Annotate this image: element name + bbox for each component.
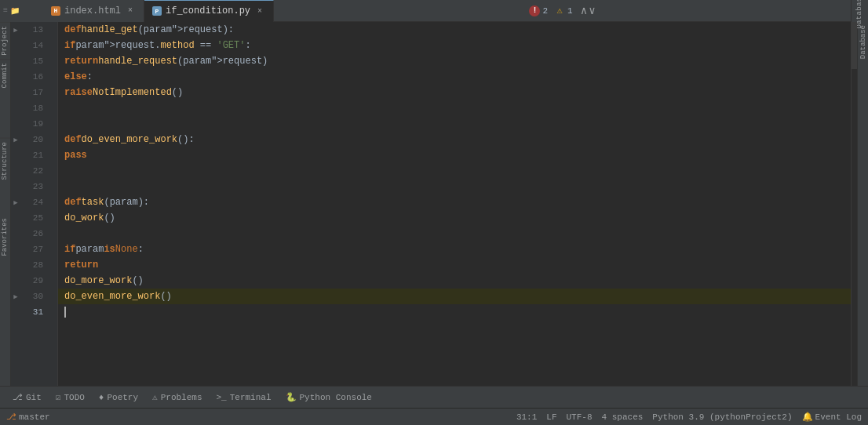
branch-status[interactable]: ⎇ master	[6, 412, 50, 422]
line-number: 20	[20, 135, 48, 144]
gutter-row: 25	[11, 210, 57, 226]
line-number: 13	[20, 25, 48, 35]
fold-indicator[interactable]: ▶	[11, 22, 20, 38]
database-side-label[interactable]: Database	[859, 22, 868, 62]
line-number: 14	[20, 41, 48, 50]
position-text: 31:1	[516, 412, 537, 422]
gutter-row: ▶20	[11, 132, 57, 147]
line-number: 17	[20, 88, 48, 97]
tab-bar: ≡ 📁 Hindex.html×Pif_condition.py× ! 2 ⚠ …	[0, 0, 868, 22]
code-line: return handle_request(param">request)	[58, 53, 851, 69]
tabs-container: Hindex.html×Pif_condition.py×	[43, 0, 274, 22]
down-arrow[interactable]: ∨	[589, 4, 595, 17]
commit-tab[interactable]: Commit	[0, 59, 10, 91]
line-number: 15	[20, 56, 48, 66]
error-badge[interactable]: ! 2	[529, 5, 548, 16]
gutter-row: 15	[11, 53, 57, 69]
warning-count: 1	[567, 6, 573, 16]
gutter-row: 16	[11, 69, 57, 85]
terminal-icon: >_	[217, 393, 227, 402]
tab-if_condition.py[interactable]: Pif_condition.py×	[144, 0, 274, 22]
interpreter-status[interactable]: Python 3.9 (pythonProject2)	[652, 412, 792, 422]
line-number: 19	[20, 119, 48, 129]
branch-name: master	[19, 412, 50, 422]
line-number: 25	[20, 213, 48, 223]
toolbar-tab-label: Problems	[161, 393, 202, 402]
line-number: 21	[20, 151, 48, 160]
line-ending-status[interactable]: LF	[546, 412, 556, 422]
code-lines: def handle_get(param">request): if param…	[58, 22, 851, 320]
line-number: 29	[20, 276, 48, 285]
fold-indicator	[11, 242, 20, 257]
event-log-status[interactable]: 🔔 Event Log	[802, 412, 862, 422]
code-line: def handle_get(param">request):	[58, 22, 851, 38]
gutter-row: 28	[11, 257, 57, 273]
gutter-row: 26	[11, 226, 57, 242]
git-icon: ⎇	[13, 392, 23, 402]
fold-indicator	[11, 210, 20, 226]
collapse-icon[interactable]: ≡	[3, 6, 8, 15]
toolbar-tab-python console[interactable]: 🐍Python Console	[279, 390, 378, 404]
structure-tab[interactable]: Structure	[0, 138, 10, 183]
line-number: 24	[20, 198, 48, 207]
gutter-row: 27	[11, 242, 57, 257]
gutter-row: 18	[11, 100, 57, 116]
status-bar: ⎇ master 31:1 LF UTF-8 4 spaces Python 3…	[0, 408, 868, 425]
project-tab[interactable]: Project	[0, 22, 10, 59]
tab-file-icon: P	[152, 6, 162, 16]
fold-indicator[interactable]: ▶	[11, 132, 20, 147]
code-line: def do_even_more_work():	[58, 132, 851, 147]
fold-indicator	[11, 38, 20, 53]
cursor-position[interactable]: 31:1	[516, 412, 537, 422]
gutter-row: 19	[11, 116, 57, 132]
toolbar-tab-terminal[interactable]: >_Terminal	[210, 390, 278, 404]
indent-text: 4 spaces	[602, 412, 644, 422]
tab-close-button[interactable]: ×	[254, 5, 265, 16]
indent-status[interactable]: 4 spaces	[602, 412, 644, 422]
code-line	[58, 226, 851, 242]
minimap[interactable]	[851, 22, 857, 386]
tab-index.html[interactable]: Hindex.html×	[43, 0, 144, 22]
toolbar-tab-git[interactable]: ⎇Git	[6, 390, 48, 404]
tab-label: if_condition.py	[166, 5, 250, 16]
minimap-thumb	[852, 22, 857, 69]
fold-indicator	[11, 53, 20, 69]
toolbar-tab-problems[interactable]: ⚠Problems	[146, 390, 208, 404]
fold-indicator[interactable]: ▶	[11, 194, 20, 210]
warning-badge[interactable]: ⚠ 1	[554, 5, 573, 16]
nav-arrows[interactable]: ∧ ∨	[581, 4, 596, 17]
gutter-row: 17	[11, 85, 57, 100]
line-number: 28	[20, 260, 48, 270]
code-line: do_even_more_work()	[58, 289, 851, 304]
poetry-icon: ♦	[99, 393, 104, 402]
toolbar-tab-poetry[interactable]: ♦Poetry	[93, 390, 144, 404]
code-line: if param is None:	[58, 242, 851, 257]
fold-indicator	[11, 85, 20, 100]
folder-icon: 📁	[10, 6, 20, 16]
code-line: else:	[58, 69, 851, 85]
encoding-text: UTF-8	[567, 412, 593, 422]
text-cursor	[64, 307, 66, 318]
gutter-row: 14	[11, 38, 57, 53]
gutter-row: 23	[11, 179, 57, 194]
code-area[interactable]: def handle_get(param">request): if param…	[58, 22, 851, 386]
fold-indicator[interactable]: ▶	[11, 289, 20, 304]
code-line: def task(param):	[58, 194, 851, 210]
toolbar-tab-todo[interactable]: ☑TODO	[49, 390, 91, 404]
favorites-tab[interactable]: Favorites	[0, 215, 10, 260]
gutter-row: 31	[11, 304, 57, 320]
fold-indicator	[11, 226, 20, 242]
fold-indicator	[11, 100, 20, 116]
tab-close-button[interactable]: ×	[125, 5, 136, 16]
line-number: 30	[20, 292, 48, 301]
bottom-toolbar: ⎇Git☑TODO♦Poetry⚠Problems>_Terminal🐍Pyth…	[0, 386, 868, 408]
tab-label: index.html	[64, 5, 121, 16]
code-line: do_work()	[58, 210, 851, 226]
gutter-row: 22	[11, 163, 57, 179]
encoding-status[interactable]: UTF-8	[567, 412, 593, 422]
database-panel-tab[interactable]: Database	[851, 0, 868, 22]
event-log-text: Event Log	[815, 412, 862, 422]
fold-indicator	[11, 69, 20, 85]
line-number: 31	[20, 307, 48, 317]
up-arrow[interactable]: ∧	[581, 4, 587, 17]
